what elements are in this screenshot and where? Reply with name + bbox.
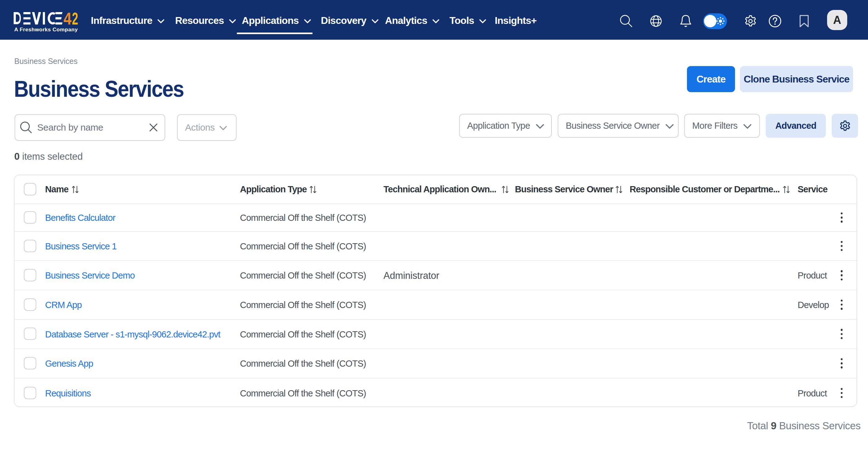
svg-text:2: 2 <box>72 12 78 25</box>
svg-text:4: 4 <box>64 12 72 25</box>
